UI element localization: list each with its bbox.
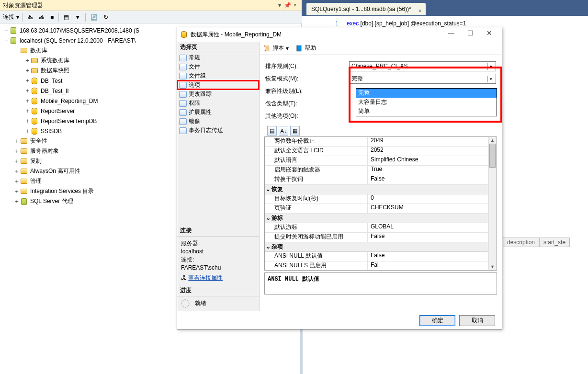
categorize-icon[interactable]: ▤ <box>267 126 277 136</box>
grid-value[interactable]: False <box>368 252 488 261</box>
sync-icon[interactable]: ↻ <box>102 12 110 22</box>
code-line: 1 exec [dbo].[sp_help_job] @execution_st… <box>335 20 466 27</box>
grid-category[interactable]: ⌄恢复 <box>265 185 488 194</box>
close-icon[interactable]: × <box>291 0 299 11</box>
toggle-icon[interactable]: + <box>13 178 20 185</box>
collapse-icon[interactable]: ⌄ <box>265 243 271 250</box>
grid-row[interactable]: 默认语言Simplified Chinese <box>265 156 488 166</box>
toggle-icon[interactable]: − <box>3 37 10 44</box>
grid-value[interactable]: GLOBAL <box>368 223 488 232</box>
refresh-icon[interactable]: 🔄 <box>89 12 100 22</box>
toggle-icon[interactable]: + <box>13 188 20 195</box>
grid-value[interactable]: False <box>368 233 488 242</box>
ok-button[interactable]: 确定 <box>419 315 455 326</box>
cancel-button[interactable]: 取消 <box>459 315 495 326</box>
toggle-icon[interactable]: + <box>24 78 31 84</box>
grid-category[interactable]: ⌄游标 <box>265 214 488 223</box>
script-icon[interactable]: 📜 <box>263 45 271 52</box>
dialog-buttons: 确定 取消 <box>177 311 502 330</box>
toggle-icon[interactable]: + <box>13 148 20 155</box>
toggle-icon[interactable]: + <box>13 138 20 145</box>
script-button[interactable]: 脚本 <box>272 44 284 52</box>
grid-row[interactable]: 提交时关闭游标功能已启用False <box>265 233 488 242</box>
grid-row[interactable]: 两位数年份截止2049 <box>265 137 488 147</box>
node-label: ReportServerTempDB <box>40 118 98 125</box>
explorer-titlebar: 对象资源管理器 ▾ 📌 × <box>0 0 302 11</box>
grid-value[interactable]: Fal <box>368 261 488 270</box>
scroll-down-icon[interactable]: ▼ <box>488 263 497 270</box>
page-镜像[interactable]: 镜像 <box>177 117 259 126</box>
grid-scrollbar[interactable]: ▲ ▼ <box>488 137 497 270</box>
toggle-icon[interactable]: + <box>13 168 20 175</box>
props-icon[interactable]: ▦ <box>290 126 300 136</box>
toggle-icon[interactable]: + <box>24 88 31 94</box>
property-grid[interactable]: 两位数年份截止2049默认全文语言 LCID2052默认语言Simplified… <box>264 136 497 271</box>
node-label: 复制 <box>29 157 43 165</box>
dropdown-icon[interactable]: ▾ <box>276 0 283 11</box>
collapse-icon[interactable]: ⌄ <box>265 186 271 193</box>
grid-row[interactable]: 默认游标GLOBAL <box>265 223 488 233</box>
minimize-button[interactable]: — <box>441 29 461 40</box>
page-icon <box>179 118 187 125</box>
grid-category[interactable]: ⌄杂项 <box>265 242 488 252</box>
compat-label: 兼容性级别(L): <box>265 87 349 95</box>
scroll-thumb[interactable] <box>489 144 496 168</box>
funnel-icon[interactable]: ▼ <box>73 12 82 22</box>
page-文件组[interactable]: 文件组 <box>177 71 259 80</box>
grid-row[interactable]: 启用嵌套的触发器True <box>265 166 488 175</box>
grid-row[interactable]: ANSI NULL 默认值False <box>265 252 488 261</box>
grid-row[interactable]: 默认全文语言 LCID2052 <box>265 147 488 156</box>
dialog-titlebar[interactable]: 数据库属性 - Mobile_Reporting_DM — ☐ ✕ <box>177 27 502 42</box>
toggle-icon[interactable]: + <box>24 128 31 135</box>
dropdown-option[interactable]: 简单 <box>356 107 497 116</box>
collapse-icon[interactable]: ⌄ <box>265 215 271 222</box>
node-label: AlwaysOn 高可用性 <box>29 167 81 175</box>
dropdown-option[interactable]: 大容量日志 <box>356 98 497 107</box>
dropdown-option[interactable]: 完整 <box>356 89 497 98</box>
grid-value[interactable]: CHECKSUM <box>368 204 488 213</box>
page-文件[interactable]: 文件 <box>177 62 259 71</box>
grid-row[interactable]: 页验证CHECKSUM <box>265 204 488 214</box>
toggle-icon[interactable]: + <box>13 158 20 165</box>
help-icon[interactable]: 📘 <box>295 45 303 52</box>
collation-label: 排序规则(C): <box>265 62 349 70</box>
close-button[interactable]: ✕ <box>480 29 499 40</box>
toggle-icon[interactable]: + <box>24 68 31 74</box>
toggle-icon[interactable]: − <box>13 47 20 54</box>
view-connection-link[interactable]: 查看连接属性 <box>188 274 223 281</box>
toggle-icon[interactable]: + <box>24 98 31 104</box>
filter-icon[interactable]: ▤ <box>62 12 71 22</box>
grid-value[interactable]: 2049 <box>368 137 488 146</box>
toggle-icon[interactable]: + <box>24 57 31 64</box>
page-权限[interactable]: 权限 <box>177 99 259 108</box>
grid-value[interactable]: 2052 <box>368 147 488 156</box>
tab-sqlquery[interactable]: SQLQuery1.sql - 1...80.msdb (sa (56))* × <box>306 3 426 15</box>
connect-label[interactable]: 连接 <box>3 13 14 21</box>
stop-icon[interactable]: ■ <box>48 12 56 22</box>
page-扩展属性[interactable]: 扩展属性 <box>177 108 259 117</box>
grid-row[interactable]: ANSI NULLS 已启用Fal <box>265 261 488 270</box>
grid-row[interactable]: 转换干扰词False <box>265 175 488 185</box>
page-更改跟踪[interactable]: 更改跟踪 <box>177 90 259 99</box>
grid-row[interactable]: 目标恢复时间(秒)0 <box>265 194 488 204</box>
toggle-icon[interactable]: + <box>13 198 20 205</box>
grid-value[interactable]: Simplified Chinese <box>368 156 488 165</box>
page-事务日志传送[interactable]: 事务日志传送 <box>177 126 259 135</box>
toggle-icon[interactable]: − <box>3 27 10 34</box>
maximize-button[interactable]: ☐ <box>461 29 480 40</box>
sort-icon[interactable]: A↓ <box>279 126 288 136</box>
help-button[interactable]: 帮助 <box>305 44 316 52</box>
disconnect-icon[interactable]: 🖧 <box>37 12 46 22</box>
recovery-dropdown[interactable]: 完整大容量日志简单 <box>356 88 497 116</box>
pin-icon[interactable]: 📌 <box>283 0 291 11</box>
toggle-icon[interactable]: + <box>24 118 31 125</box>
grid-value[interactable]: True <box>368 166 488 175</box>
grid-value[interactable]: False <box>368 175 488 184</box>
toggle-icon[interactable]: + <box>24 108 31 114</box>
grid-value[interactable]: 0 <box>368 194 488 204</box>
connect-icon[interactable]: 🖧 <box>25 12 35 22</box>
scroll-up-icon[interactable]: ▲ <box>488 137 497 144</box>
page-选项[interactable]: 选项 <box>177 80 259 90</box>
page-常规[interactable]: 常规 <box>177 53 259 62</box>
grid-key: 启用嵌套的触发器 <box>265 166 368 175</box>
